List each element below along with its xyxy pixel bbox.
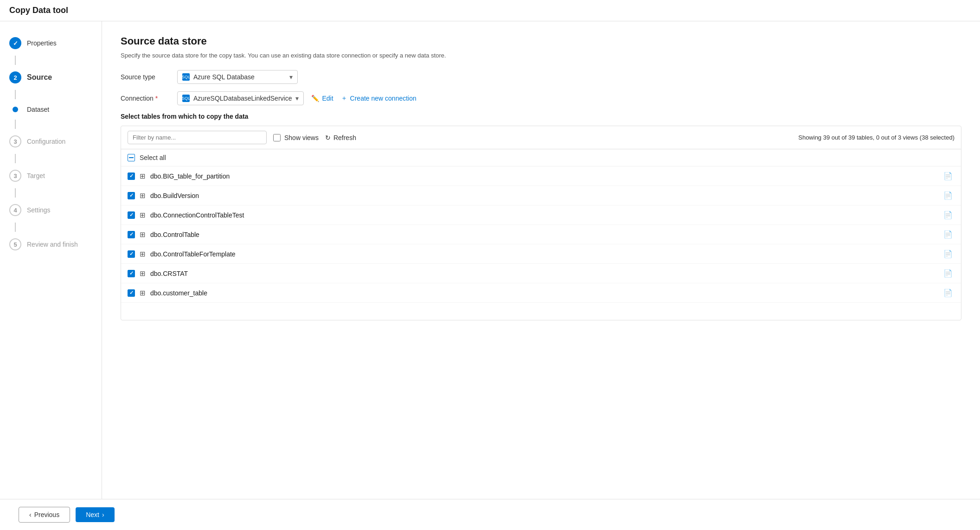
refresh-button[interactable]: ↻ Refresh (325, 134, 356, 141)
table-doc-button-6[interactable]: 📄 (942, 287, 954, 298)
table-name-5: dbo.CRSTAT (150, 270, 937, 277)
previous-chevron: ‹ (29, 511, 32, 518)
table-count-text: Showing 39 out of 39 tables, 0 out of 3 … (798, 134, 954, 141)
previous-label: Previous (34, 511, 59, 518)
table-row[interactable]: ⊞ dbo.BIG_table_for_partition 📄 (121, 166, 961, 186)
edit-connection-button[interactable]: ✏️ Edit (311, 93, 333, 104)
plus-icon: ＋ (341, 94, 347, 102)
table-name-4: dbo.ControlTableForTemplate (150, 250, 937, 258)
table-checkbox-6[interactable] (128, 289, 135, 297)
source-type-dropdown[interactable]: SQL Azure SQL Database ▾ (177, 70, 298, 84)
step-circle-review: 5 (9, 238, 21, 250)
sidebar-item-review[interactable]: 5 Review and finish (0, 232, 102, 257)
table-grid-icon-2: ⊞ (140, 211, 146, 219)
sidebar-item-configuration[interactable]: 3 Configuration (0, 129, 102, 154)
step-label-dataset: Dataset (27, 106, 49, 113)
table-grid-icon-5: ⊞ (140, 269, 146, 278)
table-row[interactable]: ⊞ dbo.ConnectionControlTableTest 📄 (121, 205, 961, 225)
table-grid-icon-4: ⊞ (140, 250, 146, 258)
show-views-checkbox[interactable] (273, 134, 281, 141)
mixed-indicator (129, 157, 134, 158)
sidebar-item-source[interactable]: 2 Source (0, 65, 102, 90)
table-doc-button-1[interactable]: 📄 (942, 190, 954, 201)
select-all-checkbox[interactable] (128, 154, 135, 161)
show-views-text: Show views (284, 134, 319, 141)
create-connection-button[interactable]: ＋ Create new connection (341, 92, 416, 104)
table-checkbox-1[interactable] (128, 192, 135, 199)
table-checkbox-0[interactable] (128, 172, 135, 180)
table-selection-panel: Show views ↻ Refresh Showing 39 out of 3… (121, 126, 961, 320)
table-checkbox-3[interactable] (128, 231, 135, 238)
connection-chevron: ▾ (295, 95, 299, 102)
show-views-label[interactable]: Show views (273, 134, 319, 141)
step-label-source: Source (27, 73, 52, 82)
refresh-icon: ↻ (325, 134, 331, 141)
sidebar-item-dataset[interactable]: Dataset (0, 99, 102, 120)
table-name-0: dbo.BIG_table_for_partition (150, 172, 937, 180)
table-doc-button-2[interactable]: 📄 (942, 210, 954, 220)
table-name-2: dbo.ConnectionControlTableTest (150, 211, 937, 219)
app-title: Copy Data tool (0, 0, 980, 21)
table-doc-button-4[interactable]: 📄 (942, 249, 954, 259)
wizard-footer: ‹ Previous Next › (0, 499, 980, 530)
next-chevron: › (102, 511, 104, 518)
table-row[interactable]: ⊞ dbo.ControlTableForTemplate 📄 (121, 244, 961, 264)
step-connector-1 (15, 56, 16, 65)
sidebar-item-settings[interactable]: 4 Settings (0, 198, 102, 223)
select-all-row[interactable]: Select all (121, 149, 961, 166)
table-row[interactable]: ⊞ dbo.CRSTAT 📄 (121, 264, 961, 283)
page-description: Specify the source data store for the co… (121, 52, 961, 59)
table-checkbox-5[interactable] (128, 270, 135, 277)
table-toolbar: Show views ↻ Refresh Showing 39 out of 3… (121, 126, 961, 149)
table-grid-icon-1: ⊞ (140, 192, 146, 200)
source-type-chevron: ▾ (289, 73, 293, 81)
step-circle-source: 2 (9, 71, 21, 83)
connection-label: Connection * (121, 95, 172, 102)
connection-actions: ✏️ Edit ＋ Create new connection (311, 92, 416, 104)
refresh-label: Refresh (333, 134, 356, 141)
step-label-review: Review and finish (27, 241, 78, 248)
step-connector-3 (15, 120, 16, 129)
step-circle-configuration: 3 (9, 135, 21, 147)
table-list: Select all ⊞ dbo.BIG_table_for_partition… (121, 149, 961, 320)
step-circle-dataset (13, 107, 18, 112)
table-row[interactable]: ⊞ dbo.BuildVersion 📄 (121, 186, 961, 205)
step-connector-6 (15, 223, 16, 232)
step-connector-2 (15, 90, 16, 99)
step-label-properties: Properties (27, 39, 57, 47)
step-label-target: Target (27, 172, 45, 179)
main-content: Source data store Specify the source dat… (102, 21, 980, 499)
connection-db-icon: SQL (182, 95, 190, 102)
create-connection-label: Create new connection (350, 95, 416, 102)
table-checkbox-2[interactable] (128, 211, 135, 219)
table-grid-icon-3: ⊞ (140, 230, 146, 239)
step-circle-properties: ✓ (9, 37, 21, 49)
step-label-configuration: Configuration (27, 138, 65, 145)
step-circle-settings: 4 (9, 204, 21, 216)
next-button[interactable]: Next › (76, 507, 114, 522)
sidebar-item-properties[interactable]: ✓ Properties (0, 31, 102, 56)
table-doc-button-3[interactable]: 📄 (942, 229, 954, 240)
table-doc-button-0[interactable]: 📄 (942, 171, 954, 181)
table-checkbox-4[interactable] (128, 250, 135, 258)
edit-label: Edit (322, 95, 333, 102)
sidebar-item-target[interactable]: 3 Target (0, 163, 102, 188)
table-name-1: dbo.BuildVersion (150, 192, 937, 199)
wizard-sidebar: ✓ Properties 2 Source Dataset 3 Configur… (0, 21, 102, 499)
source-type-value: Azure SQL Database (193, 73, 255, 81)
required-indicator: * (155, 95, 158, 102)
step-connector-4 (15, 154, 16, 163)
table-row[interactable]: ⊞ dbo.ControlTable 📄 (121, 225, 961, 244)
next-label: Next (86, 511, 99, 518)
table-doc-button-5[interactable]: 📄 (942, 268, 954, 279)
table-name-3: dbo.ControlTable (150, 231, 937, 238)
select-all-label: Select all (140, 154, 166, 161)
table-grid-icon-0: ⊞ (140, 172, 146, 180)
select-tables-title: Select tables from which to copy the dat… (121, 113, 961, 120)
filter-input[interactable] (128, 131, 267, 144)
table-row[interactable]: ⊞ dbo.customer_table 📄 (121, 283, 961, 303)
connection-dropdown[interactable]: SQL AzureSQLDatabaseLinkedService ▾ (177, 91, 304, 105)
page-title: Source data store (121, 35, 961, 47)
previous-button[interactable]: ‹ Previous (19, 507, 70, 523)
connection-row: Connection * SQL AzureSQLDatabaseLinkedS… (121, 91, 961, 105)
